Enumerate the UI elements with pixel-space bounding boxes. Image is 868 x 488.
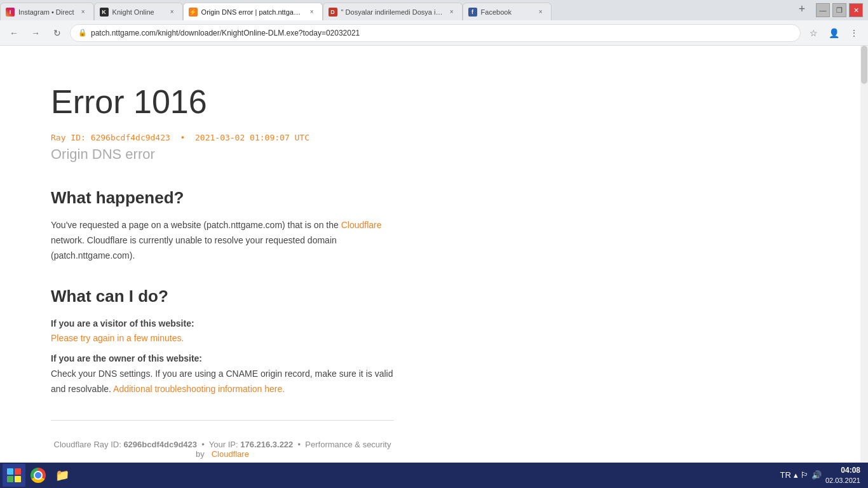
ray-id-label: Ray ID: bbox=[51, 133, 86, 142]
footer-ray-value: 6296bcdf4dc9d423 bbox=[123, 440, 197, 449]
nav-bar: ← → ↻ 🔒 patch.nttgame.com/knight/downloa… bbox=[0, 20, 868, 46]
window-controls: — ❐ ✕ bbox=[811, 0, 868, 20]
tab-title-dosyalar: " Dosyalar indirilemedi Dosya in... bbox=[341, 8, 443, 16]
new-tab-button[interactable]: + bbox=[793, 0, 811, 18]
tab-close-knight[interactable]: × bbox=[167, 7, 177, 17]
section1-text-2: network. Cloudflare is currently unable … bbox=[51, 235, 337, 261]
ray-id-inline: Ray ID: 6296bcdf4dc9d423 • 2021-03-02 01… bbox=[51, 133, 309, 142]
footer-ip-label: Your IP: bbox=[209, 440, 238, 449]
clock-date: 02.03.2021 bbox=[825, 476, 860, 485]
ray-id-value: 6296bcdf4dc9d423 bbox=[91, 133, 170, 142]
footer-ip-value: 176.216.3.222 bbox=[240, 440, 293, 449]
chrome-icon bbox=[31, 468, 46, 483]
tab-favicon-knight: K bbox=[100, 8, 109, 17]
start-button[interactable] bbox=[3, 464, 25, 487]
tray-lang: TR bbox=[780, 470, 791, 480]
tab-dosyalar[interactable]: D" Dosyalar indirilemedi Dosya in...× bbox=[323, 3, 463, 20]
url-text: patch.nttgame.com/knight/downloader/Knig… bbox=[91, 29, 792, 37]
tab-cloudflare[interactable]: ⚡Origin DNS error | patch.nttgam...× bbox=[183, 3, 323, 20]
reload-button[interactable]: ↻ bbox=[48, 24, 66, 42]
bookmark-button[interactable]: ☆ bbox=[804, 24, 822, 42]
section1-body: You've requested a page on a website (pa… bbox=[51, 218, 394, 263]
close-button[interactable]: ✕ bbox=[849, 3, 863, 17]
menu-button[interactable]: ⋮ bbox=[845, 24, 863, 42]
owner-label: If you are the owner of this website: bbox=[51, 353, 202, 363]
tab-close-dosyalar[interactable]: × bbox=[447, 7, 457, 17]
address-bar[interactable]: 🔒 patch.nttgame.com/knight/downloader/Kn… bbox=[70, 24, 801, 42]
footer-ray-label: Cloudflare Ray ID: bbox=[54, 440, 121, 449]
error-subtitle: Origin DNS error bbox=[51, 146, 394, 163]
tab-favicon-facebook: f bbox=[468, 8, 477, 17]
minimize-button[interactable]: — bbox=[816, 3, 830, 17]
error-container: Error 1016 Ray ID: 6296bcdf4dc9d423 • 20… bbox=[0, 46, 445, 463]
tab-instagram[interactable]: IInstagram • Direct× bbox=[0, 3, 94, 20]
tab-title-instagram: Instagram • Direct bbox=[18, 8, 74, 16]
tray-network-icon: ▴ bbox=[794, 470, 798, 480]
tab-knight[interactable]: KKnight Online× bbox=[94, 3, 183, 20]
visitor-action: Please try again in a few minutes. bbox=[51, 333, 184, 343]
footer-text: Cloudflare Ray ID: 6296bcdf4dc9d423 • Yo… bbox=[51, 433, 394, 463]
browser-window: IInstagram • Direct×KKnight Online×⚡Orig… bbox=[0, 0, 868, 488]
lock-icon: 🔒 bbox=[78, 29, 87, 37]
page-content: Error 1016 Ray ID: 6296bcdf4dc9d423 • 20… bbox=[0, 46, 868, 463]
folder-icon: 📁 bbox=[55, 468, 70, 483]
cloudflare-link-1[interactable]: Cloudflare bbox=[341, 220, 382, 230]
footer-divider bbox=[51, 420, 394, 421]
scrollbar[interactable] bbox=[860, 46, 868, 463]
tab-title-facebook: Facebook bbox=[481, 8, 532, 16]
tab-close-cloudflare[interactable]: × bbox=[307, 7, 317, 17]
profile-button[interactable]: 👤 bbox=[825, 24, 843, 42]
title-bar: IInstagram • Direct×KKnight Online×⚡Orig… bbox=[0, 0, 868, 20]
error-title: Error 1016 bbox=[51, 84, 207, 120]
windows-logo bbox=[7, 468, 21, 482]
section1-title: What happened? bbox=[51, 188, 394, 208]
section1-text-1: You've requested a page on a website (pa… bbox=[51, 220, 339, 230]
tab-title-knight: Knight Online bbox=[112, 8, 163, 16]
scrollbar-thumb[interactable] bbox=[861, 46, 867, 84]
footer-cloudflare-link[interactable]: Cloudflare bbox=[212, 449, 249, 459]
forward-button[interactable]: → bbox=[27, 24, 44, 42]
taskbar-chrome[interactable] bbox=[27, 464, 50, 487]
tab-favicon-cloudflare: ⚡ bbox=[189, 8, 198, 17]
tab-close-facebook[interactable]: × bbox=[536, 7, 546, 17]
section2-title: What can I do? bbox=[51, 287, 394, 306]
taskbar-tray: TR ▴ 🏳 🔊 04:08 02.03.2021 bbox=[775, 466, 865, 485]
tray-flag-icon: 🏳 bbox=[801, 470, 809, 480]
tray-sound-icon: 🔊 bbox=[811, 470, 822, 480]
tab-facebook[interactable]: fFacebook× bbox=[463, 3, 552, 20]
tab-favicon-instagram: I bbox=[6, 8, 15, 17]
tab-favicon-dosyalar: D bbox=[329, 8, 337, 17]
tab-close-instagram[interactable]: × bbox=[78, 7, 88, 17]
back-button[interactable]: ← bbox=[5, 24, 23, 42]
taskbar: 📁 TR ▴ 🏳 🔊 04:08 02.03.2021 bbox=[0, 463, 868, 488]
troubleshooting-link[interactable]: Additional troubleshooting information h… bbox=[113, 384, 285, 394]
maximize-button[interactable]: ❐ bbox=[832, 3, 846, 17]
tab-title-cloudflare: Origin DNS error | patch.nttgam... bbox=[201, 8, 303, 16]
tray-icons: TR ▴ 🏳 🔊 bbox=[780, 470, 822, 480]
nav-right-icons: ☆ 👤 ⋮ bbox=[804, 24, 863, 42]
section2-body: If you are a visitor of this website: Pl… bbox=[51, 316, 394, 397]
clock-time: 04:08 bbox=[825, 466, 860, 476]
timestamp: 2021-03-02 01:09:07 UTC bbox=[195, 133, 309, 142]
clock[interactable]: 04:08 02.03.2021 bbox=[825, 466, 860, 485]
taskbar-file-manager[interactable]: 📁 bbox=[51, 464, 74, 487]
tabs-container: IInstagram • Direct×KKnight Online×⚡Orig… bbox=[0, 0, 790, 20]
visitor-label: If you are a visitor of this website: bbox=[51, 318, 194, 329]
